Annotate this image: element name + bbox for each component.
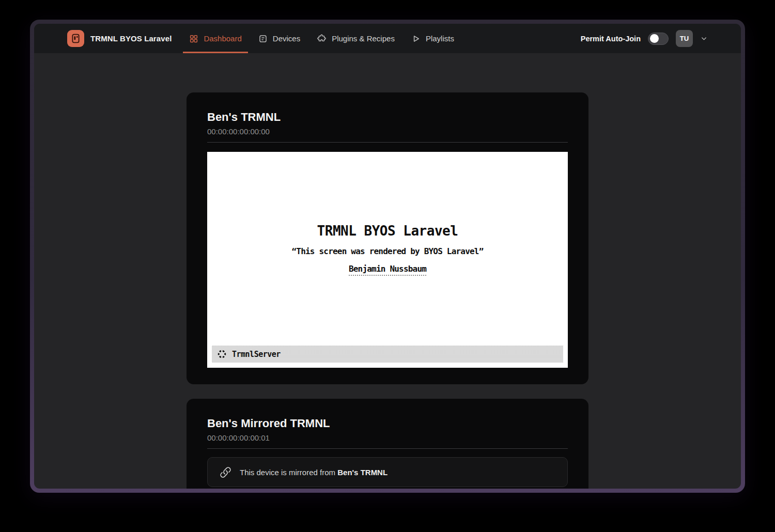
- top-navbar: TRMNL BYOS Laravel Dashboard: [34, 24, 741, 53]
- link-icon: [220, 466, 231, 478]
- mirror-text-prefix: This device is mirrored from: [240, 468, 337, 477]
- device-mac-address: 00:00:00:00:00:00: [207, 127, 568, 136]
- screen-quote: “This screen was rendered by BYOS Larave…: [292, 246, 484, 256]
- device-card-bens-trmnl: Ben's TRMNL 00:00:00:00:00:00 TRMNL BYOS…: [187, 92, 588, 384]
- brand-title: TRMNL BYOS Laravel: [90, 34, 172, 43]
- nav-item-devices[interactable]: Devices: [252, 24, 306, 53]
- app-window: TRMNL BYOS Laravel Dashboard: [34, 24, 741, 489]
- device-name: Ben's Mirrored TRMNL: [207, 416, 568, 431]
- nav-item-playlists[interactable]: Playlists: [405, 24, 460, 53]
- nav-label-playlists: Playlists: [426, 34, 454, 43]
- server-badge: TrmnlServer: [212, 346, 563, 363]
- trmnl-logo-icon: [67, 30, 84, 47]
- device-name: Ben's TRMNL: [207, 110, 568, 124]
- main-content: Ben's TRMNL 00:00:00:00:00:00 TRMNL BYOS…: [34, 53, 741, 489]
- screen-heading: TRMNL BYOS Laravel: [317, 223, 458, 239]
- user-avatar[interactable]: TU: [676, 30, 693, 47]
- device-card-bens-mirrored-trmnl: Ben's Mirrored TRMNL 00:00:00:00:00:01 T…: [187, 399, 588, 489]
- permit-auto-join-label: Permit Auto-Join: [581, 35, 641, 43]
- card-divider: [207, 142, 568, 143]
- mirror-info-panel: This device is mirrored from Ben's TRMNL: [207, 457, 568, 487]
- puzzle-icon: [317, 34, 327, 43]
- screen-author: Benjamin Nussbaum: [349, 264, 426, 276]
- nav-item-dashboard[interactable]: Dashboard: [183, 24, 247, 53]
- spinner-icon: [217, 349, 227, 359]
- device-mac-address: 00:00:00:00:00:01: [207, 433, 568, 442]
- play-icon: [411, 34, 421, 43]
- nav-label-dashboard: Dashboard: [204, 34, 241, 43]
- nav-label-devices: Devices: [273, 34, 300, 43]
- brand[interactable]: TRMNL BYOS Laravel: [67, 24, 172, 53]
- chevron-down-icon[interactable]: [700, 35, 708, 42]
- permit-auto-join-toggle[interactable]: [648, 33, 669, 45]
- mirror-text: This device is mirrored from Ben's TRMNL: [240, 468, 388, 477]
- server-badge-label: TrmnlServer: [232, 350, 281, 359]
- device-screen-preview: TRMNL BYOS Laravel “This screen was rend…: [207, 152, 568, 368]
- nav-label-plugins-recipes: Plugins & Recipes: [332, 34, 395, 43]
- mirror-source-link[interactable]: Ben's TRMNL: [337, 468, 388, 477]
- toggle-knob: [650, 34, 659, 43]
- main-nav: Dashboard Devices: [183, 24, 460, 53]
- devices-icon: [258, 34, 268, 43]
- navbar-right: Permit Auto-Join TU: [581, 24, 708, 53]
- app-window-frame: TRMNL BYOS Laravel Dashboard: [30, 20, 745, 493]
- nav-item-plugins-recipes[interactable]: Plugins & Recipes: [311, 24, 401, 53]
- dashboard-grid-icon: [189, 34, 198, 43]
- card-divider: [207, 448, 568, 449]
